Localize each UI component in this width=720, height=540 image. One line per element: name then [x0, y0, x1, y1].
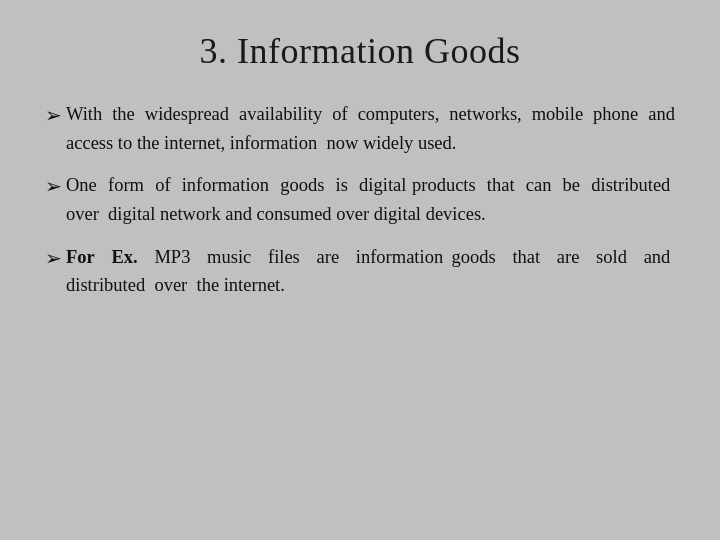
bullet-text-3: For Ex. MP3 music files are information … [66, 243, 675, 300]
bullet-item-3: ➢ For Ex. MP3 music files are informatio… [45, 243, 675, 300]
bullet-arrow-3: ➢ [45, 243, 62, 274]
bullet-arrow-2: ➢ [45, 171, 62, 202]
bullet-text-2: One form of information goods is digital… [66, 171, 675, 228]
slide: 3. Information Goods ➢ With the widespre… [0, 0, 720, 540]
slide-content: ➢ With the widespread availability of co… [45, 100, 675, 510]
bullet-text-1: With the widespread availability of comp… [66, 100, 675, 157]
bullet-item-1: ➢ With the widespread availability of co… [45, 100, 675, 157]
bullet-item-2: ➢ One form of information goods is digit… [45, 171, 675, 228]
slide-title: 3. Information Goods [45, 30, 675, 72]
bullet-arrow-1: ➢ [45, 100, 62, 131]
